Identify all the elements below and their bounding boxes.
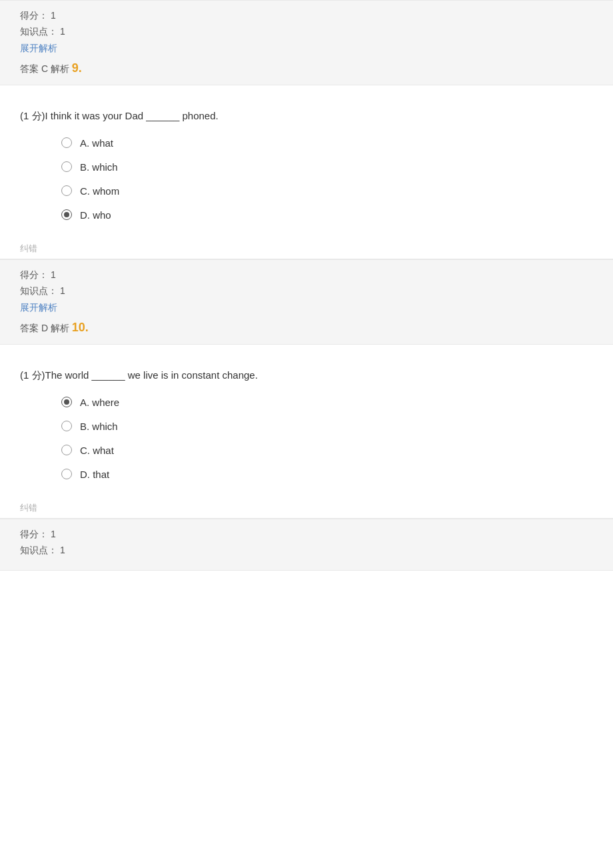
question9-radio-outer-c <box>61 185 72 196</box>
question10-label-b: B. which <box>80 421 118 432</box>
question10-label-a: A. where <box>80 397 119 408</box>
question9-radio-inner-d <box>64 212 69 217</box>
question9-radio-d[interactable] <box>60 208 73 221</box>
question10-radio-inner-a <box>64 399 69 405</box>
section9-info-box: 得分： 1 知识点： 1 展开解析 答案 C 解析 9. <box>0 0 613 85</box>
question9-jiu-cuo[interactable]: 纠错 <box>0 239 613 259</box>
question10-option-a[interactable]: A. where <box>60 395 593 409</box>
question9-option-c[interactable]: C. whom <box>60 184 593 197</box>
question10-block: (1 分)The world ______ we live is in cons… <box>0 351 613 498</box>
section10-expand-link[interactable]: 展开解析 <box>20 302 57 314</box>
question9-label-c: C. whom <box>80 185 119 197</box>
question9-label-d: D. who <box>80 209 111 221</box>
question9-label-a: A. what <box>80 137 113 149</box>
question9-radio-a[interactable] <box>60 136 73 149</box>
section9-score: 得分： 1 <box>20 10 593 22</box>
question9-radio-b[interactable] <box>60 160 73 173</box>
question9-option-b[interactable]: B. which <box>60 160 593 173</box>
section10-score: 得分： 1 <box>20 269 593 281</box>
question9-radio-outer-b <box>61 161 72 172</box>
question10-option-d[interactable]: D. that <box>60 467 593 481</box>
question10-label-c: C. what <box>80 445 114 456</box>
section9-knowledge: 知识点： 1 <box>20 26 593 38</box>
section11-info-box: 得分： 1 知识点： 1 <box>0 519 613 571</box>
question9-radio-outer-a <box>61 137 72 148</box>
question10-options: A. where B. which C. what D. that <box>60 395 593 481</box>
section10-answer: 答案 D 解析 10. <box>20 321 593 335</box>
section10-info-box: 得分： 1 知识点： 1 展开解析 答案 D 解析 10. <box>0 259 613 345</box>
question10-radio-b[interactable] <box>60 419 73 433</box>
section9-answer: 答案 C 解析 9. <box>20 61 593 75</box>
question10-jiu-cuo[interactable]: 纠错 <box>0 498 613 518</box>
section9-expand-link[interactable]: 展开解析 <box>20 43 57 55</box>
question9-option-d[interactable]: D. who <box>60 208 593 221</box>
question10-radio-c[interactable] <box>60 443 73 457</box>
question10-radio-outer-a <box>61 397 72 407</box>
question9-label-b: B. which <box>80 161 118 173</box>
section11-knowledge: 知识点： 1 <box>20 545 593 557</box>
question9-radio-outer-d <box>61 209 72 220</box>
question9-block: (1 分)I think it was your Dad ______ phon… <box>0 92 613 239</box>
question9-title: (1 分)I think it was your Dad ______ phon… <box>20 108 593 124</box>
question10-title: (1 分)The world ______ we live is in cons… <box>20 367 593 383</box>
section10-knowledge: 知识点： 1 <box>20 285 593 297</box>
question10-label-d: D. that <box>80 469 109 480</box>
section11-score: 得分： 1 <box>20 529 593 541</box>
question9-options: A. what B. which C. whom D. who <box>60 136 593 221</box>
question10-radio-outer-d <box>61 469 72 479</box>
question9-option-a[interactable]: A. what <box>60 136 593 149</box>
question10-radio-outer-c <box>61 445 72 455</box>
question10-radio-outer-b <box>61 421 72 431</box>
question9-radio-c[interactable] <box>60 184 73 197</box>
question10-option-b[interactable]: B. which <box>60 419 593 433</box>
question10-radio-d[interactable] <box>60 467 73 481</box>
question10-radio-a[interactable] <box>60 395 73 409</box>
question10-option-c[interactable]: C. what <box>60 443 593 457</box>
